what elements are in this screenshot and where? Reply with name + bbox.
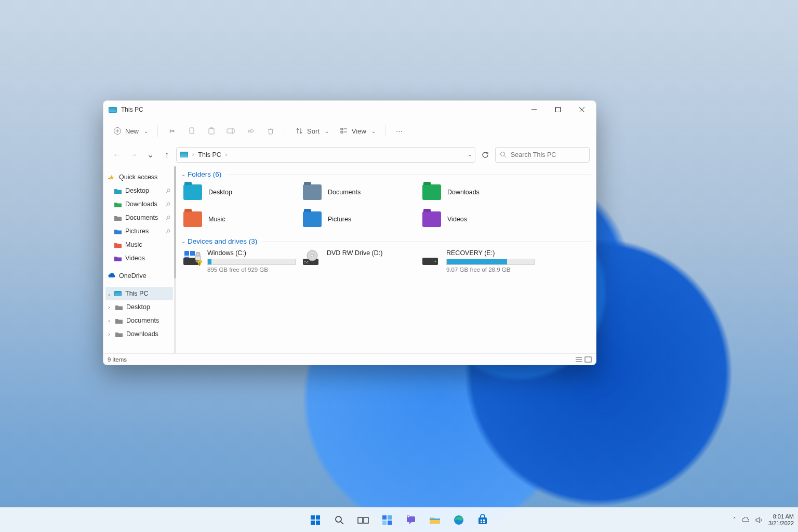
content-pane[interactable]: ⌄ Folders (6) DesktopDocumentsDownloadsM… <box>176 166 596 353</box>
search-box[interactable] <box>495 147 590 163</box>
address-dropdown[interactable]: ⌄ <box>468 152 472 157</box>
share-button[interactable] <box>242 123 260 139</box>
svg-point-28 <box>311 255 314 257</box>
chevron-down-icon[interactable]: ⌄ <box>181 171 185 177</box>
folders-section-header[interactable]: ⌄ Folders (6) <box>181 170 591 178</box>
folder-videos[interactable]: Videos <box>420 208 540 230</box>
sidebar-item-label: Videos <box>125 255 145 262</box>
trash-icon <box>266 126 275 136</box>
sidebar-item-downloads[interactable]: Downloads⚲ <box>104 197 176 211</box>
sidebar-scrollbar[interactable] <box>174 166 176 353</box>
sidebar-item-music[interactable]: Music <box>104 238 176 251</box>
forward-button[interactable]: → <box>126 147 141 163</box>
sidebar-item-pictures[interactable]: Pictures⚲ <box>104 224 176 238</box>
sidebar-item-downloads[interactable]: ›Downloads <box>104 327 176 341</box>
drive-recovery-e-[interactable]: RECOVERY (E:)9.07 GB free of 28.9 GB <box>420 248 540 274</box>
tray-clock[interactable]: 8:01 AM 3/21/2022 <box>768 513 794 526</box>
tray-volume-icon[interactable] <box>755 516 763 524</box>
up-button[interactable]: ↑ <box>159 147 174 163</box>
new-button[interactable]: New <box>109 123 152 139</box>
chevron-down-icon[interactable]: ⌄ <box>181 238 185 244</box>
chevron-right-icon[interactable]: › <box>105 318 113 324</box>
svg-rect-53 <box>478 517 487 524</box>
view-icon <box>339 126 349 136</box>
folder-pictures[interactable]: Pictures <box>301 208 420 230</box>
details-view-button[interactable] <box>575 356 582 363</box>
window-title: This PC <box>121 106 143 113</box>
start-button[interactable] <box>305 510 326 530</box>
folder-desktop[interactable]: Desktop <box>181 181 301 203</box>
rename-button[interactable] <box>222 123 240 139</box>
sort-button[interactable]: Sort <box>290 123 333 139</box>
delete-button[interactable] <box>262 123 280 139</box>
svg-rect-43 <box>358 517 363 523</box>
more-icon: ⋯ <box>395 126 404 136</box>
svg-rect-55 <box>483 520 485 521</box>
tray-chevron-up-icon[interactable]: ˄ <box>733 516 736 523</box>
chevron-right-icon[interactable]: › <box>105 273 113 279</box>
chevron-right-icon[interactable]: › <box>105 304 113 310</box>
chevron-down-icon[interactable]: ⌄ <box>105 291 113 297</box>
view-button[interactable]: View <box>335 123 380 139</box>
cut-button[interactable]: ✂ <box>163 123 181 139</box>
sidebar-item-label: Downloads <box>125 201 157 208</box>
folder-icon <box>114 254 122 262</box>
task-view-button[interactable] <box>353 510 374 530</box>
file-explorer-taskbar[interactable] <box>424 510 445 530</box>
sidebar-item-desktop[interactable]: ›Desktop <box>104 300 176 314</box>
sidebar-item-documents[interactable]: ›Documents <box>104 314 176 327</box>
navigation-pane[interactable]: ⌄ ★ Quick access Desktop⚲Downloads⚲Docum… <box>103 166 176 353</box>
svg-rect-21 <box>190 251 195 256</box>
drive-windows-c-[interactable]: !Windows (C:)895 GB free of 929 GB <box>181 248 301 274</box>
widgets-button[interactable] <box>377 510 397 530</box>
drive-dvd-rw-drive-d-[interactable]: DVDDVD RW Drive (D:) <box>301 248 420 274</box>
svg-line-42 <box>341 522 343 524</box>
maximize-button[interactable] <box>546 101 570 118</box>
folder-downloads[interactable]: Downloads <box>420 181 540 203</box>
svg-rect-23 <box>195 256 201 260</box>
tray-date: 3/21/2022 <box>768 520 794 527</box>
sidebar-item-label: Music <box>125 241 142 248</box>
back-button[interactable]: ← <box>110 147 124 163</box>
search-button[interactable] <box>329 510 350 530</box>
recent-locations-button[interactable]: ⌄ <box>143 147 157 163</box>
folder-documents[interactable]: Documents <box>301 181 420 203</box>
copy-button[interactable] <box>183 123 201 139</box>
svg-line-17 <box>504 156 506 157</box>
chevron-down-icon[interactable]: ⌄ <box>105 175 113 180</box>
svg-rect-39 <box>311 521 315 525</box>
titlebar[interactable]: This PC <box>103 101 596 118</box>
nav-row: ← → ⌄ ↑ › This PC › ⌄ <box>103 143 596 166</box>
refresh-button[interactable] <box>477 147 493 163</box>
folder-icon <box>114 200 122 208</box>
sidebar-item-desktop[interactable]: Desktop⚲ <box>104 184 176 197</box>
tray-onedrive-icon[interactable] <box>741 517 750 523</box>
this-pc-icon <box>180 152 188 157</box>
edge-button[interactable] <box>448 510 469 530</box>
taskbar[interactable]: ˄ 8:01 AM 3/21/2022 <box>0 507 798 532</box>
svg-rect-12 <box>341 128 343 130</box>
chevron-right-icon[interactable]: › <box>105 331 113 337</box>
more-button[interactable]: ⋯ <box>391 123 408 139</box>
close-button[interactable] <box>570 101 594 118</box>
store-button[interactable] <box>472 510 493 530</box>
new-label: New <box>125 127 139 135</box>
paste-icon <box>207 126 216 136</box>
sidebar-item-videos[interactable]: Videos <box>104 251 176 265</box>
sidebar-onedrive[interactable]: › OneDrive <box>104 269 176 283</box>
status-bar: 9 items <box>103 353 596 365</box>
sidebar-this-pc[interactable]: ⌄ This PC <box>105 287 173 300</box>
breadcrumb[interactable]: This PC <box>198 151 221 158</box>
sidebar-quick-access[interactable]: ⌄ ★ Quick access <box>104 170 176 184</box>
minimize-button[interactable] <box>522 101 546 118</box>
sidebar-item-documents[interactable]: Documents⚲ <box>104 211 176 224</box>
svg-rect-44 <box>364 517 368 523</box>
address-bar[interactable]: › This PC › ⌄ <box>176 147 475 163</box>
tiles-view-button[interactable] <box>584 356 592 363</box>
drives-section-header[interactable]: ⌄ Devices and drives (3) <box>181 237 591 245</box>
svg-text:!: ! <box>199 261 200 266</box>
paste-button[interactable] <box>203 123 220 139</box>
search-input[interactable] <box>511 151 585 158</box>
folder-music[interactable]: Music <box>181 208 301 230</box>
chat-button[interactable] <box>401 510 421 530</box>
